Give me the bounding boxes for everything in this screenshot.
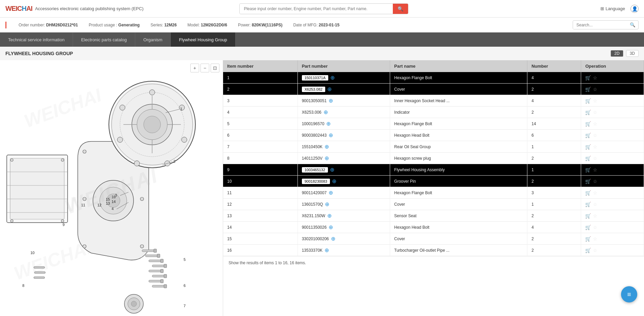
part-number-text: 15510450K bbox=[302, 144, 323, 149]
favorite-icon[interactable]: ☆ bbox=[593, 87, 597, 92]
table-row: 390013050051⊕Inner Hexagon Socket Head .… bbox=[223, 95, 644, 107]
cell-operation: 🛒☆ bbox=[581, 176, 644, 187]
zoom-out-button[interactable]: − bbox=[200, 64, 209, 72]
user-profile-button[interactable]: 👤 bbox=[630, 5, 639, 13]
chat-button[interactable]: ≡ bbox=[621, 286, 637, 302]
add-to-cart-plus-icon[interactable]: ⊕ bbox=[331, 235, 335, 242]
tab-organism[interactable]: Organism bbox=[135, 32, 171, 47]
svg-rect-66 bbox=[164, 264, 167, 268]
tab-electronic-parts[interactable]: Electronic parts catalog bbox=[73, 32, 135, 47]
info-search-input[interactable] bbox=[573, 21, 627, 29]
add-to-cart-plus-icon[interactable]: ⊕ bbox=[325, 143, 329, 150]
svg-text:1: 1 bbox=[180, 107, 182, 111]
view-2d-button[interactable]: 2D bbox=[611, 50, 623, 57]
add-to-cart-plus-icon[interactable]: ⊕ bbox=[332, 178, 336, 184]
main-search-input[interactable] bbox=[240, 4, 393, 14]
cart-icon[interactable]: 🛒 bbox=[585, 167, 591, 173]
favorite-icon[interactable]: ☆ bbox=[593, 213, 597, 219]
cart-icon[interactable]: 🛒 bbox=[585, 121, 591, 127]
svg-rect-68 bbox=[161, 269, 163, 273]
cart-icon[interactable]: 🛒 bbox=[585, 248, 591, 253]
add-to-cart-plus-icon[interactable]: ⊕ bbox=[325, 155, 329, 161]
favorite-icon[interactable]: ☆ bbox=[593, 190, 597, 196]
cart-icon[interactable]: 🛒 bbox=[585, 202, 591, 207]
add-to-cart-plus-icon[interactable]: ⊕ bbox=[325, 247, 329, 253]
cell-part-name: Flywheel Housing Assembly bbox=[390, 164, 527, 176]
add-to-cart-plus-icon[interactable]: ⊕ bbox=[329, 97, 333, 104]
cell-part-name: Groover Pin bbox=[390, 176, 527, 187]
favorite-icon[interactable]: ☆ bbox=[593, 202, 597, 207]
cell-item-number: 6 bbox=[223, 130, 297, 141]
part-number-badge: X6253.082 bbox=[302, 87, 325, 92]
svg-text:11: 11 bbox=[81, 203, 85, 207]
add-to-cart-plus-icon[interactable]: ⊕ bbox=[330, 166, 334, 173]
cell-part-name: Cover bbox=[390, 84, 527, 95]
info-search-button[interactable]: 🔍 bbox=[627, 21, 638, 29]
cart-icon[interactable]: 🛒 bbox=[585, 87, 591, 92]
cart-icon[interactable]: 🛒 bbox=[585, 110, 591, 115]
power-value: 820KW(1116PS) bbox=[252, 23, 283, 27]
add-to-cart-plus-icon[interactable]: ⊕ bbox=[329, 224, 333, 230]
cell-operation: 🛒☆ bbox=[581, 141, 644, 153]
favorite-icon[interactable]: ☆ bbox=[593, 110, 597, 115]
fit-screen-button[interactable]: ⊡ bbox=[211, 64, 219, 72]
tab-flywheel-housing[interactable]: Flywheel Housing Group bbox=[171, 32, 235, 47]
table-row: 4X6253.006⊕Indicator2🛒☆ bbox=[223, 107, 644, 118]
cell-item-number: 10 bbox=[223, 176, 297, 187]
favorite-icon[interactable]: ☆ bbox=[593, 98, 597, 104]
svg-rect-72 bbox=[161, 279, 163, 283]
cart-icon[interactable]: 🛒 bbox=[585, 156, 591, 161]
svg-rect-62 bbox=[157, 254, 160, 257]
zoom-in-button[interactable]: + bbox=[190, 64, 199, 72]
main-search-button[interactable]: 🔍 bbox=[393, 4, 408, 14]
view-3d-button[interactable]: 3D bbox=[626, 50, 639, 57]
grid-icon: ⊞ bbox=[600, 6, 604, 11]
cell-item-number: 13 bbox=[223, 210, 297, 222]
svg-point-11 bbox=[10, 220, 13, 222]
cell-item-number: 14 bbox=[223, 222, 297, 233]
add-to-cart-plus-icon[interactable]: ⊕ bbox=[324, 109, 328, 115]
add-to-cart-plus-icon[interactable]: ⊕ bbox=[327, 212, 332, 219]
cart-icon[interactable]: 🛒 bbox=[585, 144, 591, 150]
add-to-cart-plus-icon[interactable]: ⊕ bbox=[325, 201, 329, 207]
favorite-icon[interactable]: ☆ bbox=[593, 167, 597, 173]
cart-icon[interactable]: 🛒 bbox=[585, 225, 591, 230]
cart-icon[interactable]: 🛒 bbox=[585, 190, 591, 196]
svg-text:4: 4 bbox=[112, 207, 114, 211]
cell-operation: 🛒☆ bbox=[581, 130, 644, 141]
cart-icon[interactable]: 🛒 bbox=[585, 179, 591, 184]
favorite-icon[interactable]: ☆ bbox=[593, 248, 597, 253]
cell-quantity: 3 bbox=[527, 187, 581, 199]
favorite-icon[interactable]: ☆ bbox=[593, 179, 597, 184]
cart-icon[interactable]: 🛒 bbox=[585, 236, 591, 242]
cell-quantity: 2 bbox=[527, 153, 581, 164]
cell-quantity: 2 bbox=[527, 210, 581, 222]
cell-operation: 🛒☆ bbox=[581, 72, 644, 84]
cell-item-number: 1 bbox=[223, 72, 297, 84]
date-value: 2023-01-15 bbox=[319, 23, 339, 27]
svg-rect-80 bbox=[34, 277, 45, 278]
favorite-icon[interactable]: ☆ bbox=[593, 144, 597, 150]
favorite-icon[interactable]: ☆ bbox=[593, 156, 597, 161]
favorite-icon[interactable]: ☆ bbox=[593, 225, 597, 230]
favorite-icon[interactable]: ☆ bbox=[593, 75, 597, 81]
favorite-icon[interactable]: ☆ bbox=[593, 121, 597, 127]
tab-technical-service[interactable]: Technical service information bbox=[0, 32, 73, 47]
add-to-cart-plus-icon[interactable]: ⊕ bbox=[330, 74, 335, 81]
view-toggle: 2D 3D bbox=[611, 50, 639, 57]
cart-icon[interactable]: 🛒 bbox=[585, 133, 591, 138]
cart-icon[interactable]: 🛒 bbox=[585, 75, 591, 81]
power-item: Power: 820KW(1116PS) bbox=[238, 23, 282, 27]
favorite-icon[interactable]: ☆ bbox=[593, 236, 597, 242]
favorite-icon[interactable]: ☆ bbox=[593, 133, 597, 138]
add-to-cart-plus-icon[interactable]: ⊕ bbox=[329, 189, 333, 196]
add-to-cart-plus-icon[interactable]: ⊕ bbox=[327, 86, 332, 92]
cart-icon[interactable]: 🛒 bbox=[585, 213, 591, 219]
part-number-text: X6253.006 bbox=[302, 110, 321, 115]
cart-icon[interactable]: 🛒 bbox=[585, 98, 591, 104]
svg-point-15 bbox=[83, 245, 86, 248]
language-button[interactable]: ⊞ Language bbox=[600, 6, 625, 11]
add-to-cart-plus-icon[interactable]: ⊕ bbox=[329, 132, 333, 138]
add-to-cart-plus-icon[interactable]: ⊕ bbox=[326, 120, 331, 127]
part-number-text: 13601570Q bbox=[302, 202, 323, 207]
